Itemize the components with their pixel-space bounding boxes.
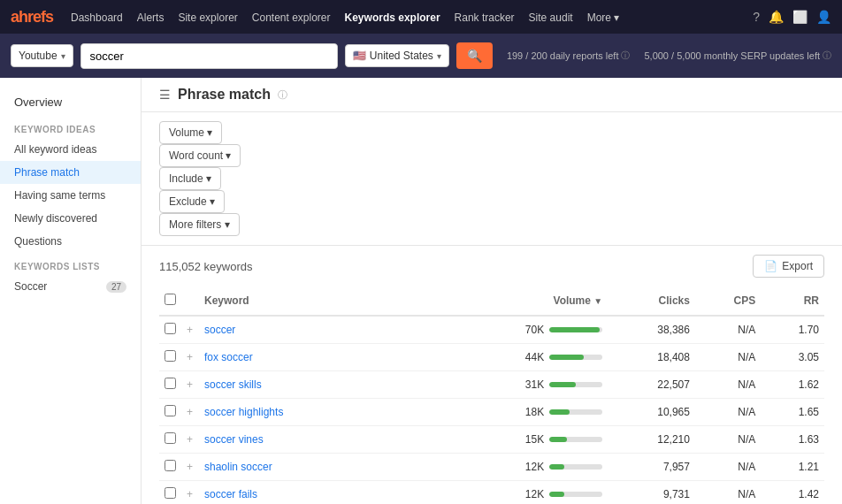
table-header-row: Keyword Volume ▼ Clicks CPS RR bbox=[159, 286, 824, 316]
nav-item-dashboard[interactable]: Dashboard bbox=[64, 8, 130, 27]
keyword-cell: soccer fails bbox=[199, 481, 410, 505]
cps-cell: N/A bbox=[695, 399, 761, 426]
volume-bar-fill bbox=[549, 327, 600, 332]
sidebar-item-all-keyword-ideas[interactable]: All keyword ideas bbox=[0, 138, 141, 161]
col-keyword[interactable]: Keyword bbox=[199, 286, 410, 316]
user-icon[interactable]: 👤 bbox=[816, 10, 831, 24]
exclude-filter[interactable]: Exclude ▾ bbox=[159, 190, 225, 213]
rr-cell: 1.65 bbox=[761, 399, 824, 426]
volume-value: 15K bbox=[516, 433, 544, 446]
volume-value: 12K bbox=[516, 488, 544, 500]
table-row: +soccer fails12K9,731N/A1.42 bbox=[159, 481, 824, 505]
source-label: Youtube bbox=[19, 50, 57, 62]
keyword-link[interactable]: soccer fails bbox=[204, 488, 257, 500]
page-title: Phrase match bbox=[178, 87, 271, 103]
page-help-icon[interactable]: ⓘ bbox=[278, 88, 287, 102]
sidebar-item-phrase-match[interactable]: Phrase match bbox=[0, 161, 141, 184]
col-clicks[interactable]: Clicks bbox=[608, 286, 695, 316]
add-keyword-button[interactable]: + bbox=[181, 344, 199, 371]
keyword-link[interactable]: soccer vines bbox=[204, 433, 264, 446]
sidebar-item-questions[interactable]: Questions bbox=[0, 230, 141, 253]
keyword-link[interactable]: fox soccer bbox=[204, 351, 253, 363]
sidebar-item-having-same-terms[interactable]: Having same terms bbox=[0, 184, 141, 207]
clicks-cell: 10,965 bbox=[608, 399, 695, 426]
keyword-cell: soccer vines bbox=[199, 426, 410, 454]
filter-buttons: Volume ▾Word count ▾Include ▾Exclude ▾Mo… bbox=[159, 121, 241, 236]
row-checkbox[interactable] bbox=[165, 323, 176, 334]
table-row: +fox soccer44K18,408N/A3.05 bbox=[159, 344, 824, 371]
content-header: ☰ Phrase match ⓘ bbox=[142, 78, 842, 112]
row-checkbox[interactable] bbox=[165, 432, 176, 444]
row-checkbox[interactable] bbox=[165, 378, 176, 389]
rr-cell: 1.62 bbox=[761, 371, 824, 399]
include-filter[interactable]: Include ▾ bbox=[159, 167, 221, 190]
add-keyword-button[interactable]: + bbox=[181, 371, 199, 399]
nav-item-keywords-explorer[interactable]: Keywords explorer bbox=[338, 8, 448, 27]
table-row: +soccer skills31K22,507N/A1.62 bbox=[159, 371, 824, 399]
sidebar-item-overview[interactable]: Overview bbox=[0, 88, 141, 116]
nav-item-site-explorer[interactable]: Site explorer bbox=[171, 8, 244, 27]
keyword-link[interactable]: shaolin soccer bbox=[204, 461, 272, 473]
volume-value: 18K bbox=[516, 406, 544, 418]
sidebar-list-item-soccer[interactable]: Soccer27 bbox=[0, 275, 141, 298]
volume-cell: 12K bbox=[410, 481, 608, 505]
volume-value: 12K bbox=[516, 461, 544, 473]
row-checkbox[interactable] bbox=[165, 460, 176, 471]
nav-item-alerts[interactable]: Alerts bbox=[130, 8, 172, 27]
add-keyword-button[interactable]: + bbox=[181, 316, 199, 344]
row-checkbox[interactable] bbox=[165, 405, 176, 416]
nav-item-site-audit[interactable]: Site audit bbox=[522, 8, 580, 27]
keyword-link[interactable]: soccer highlights bbox=[204, 406, 283, 418]
volume-bar bbox=[549, 437, 602, 442]
main-layout: Overview KEYWORD IDEAS All keyword ideas… bbox=[0, 78, 842, 504]
help-icon[interactable]: ? bbox=[753, 10, 760, 24]
volume-cell: 12K bbox=[410, 454, 608, 481]
col-volume[interactable]: Volume ▼ bbox=[410, 286, 608, 316]
volume-value: 31K bbox=[516, 378, 544, 391]
nav-item-rank-tracker[interactable]: Rank tracker bbox=[448, 8, 522, 27]
volume-filter[interactable]: Volume ▾ bbox=[159, 121, 222, 144]
country-flag-icon: 🇺🇸 bbox=[353, 50, 366, 62]
volume-bar-fill bbox=[549, 382, 576, 387]
row-checkbox[interactable] bbox=[165, 350, 176, 362]
sidebar: Overview KEYWORD IDEAS All keyword ideas… bbox=[0, 78, 142, 504]
keyword-cell: soccer highlights bbox=[199, 399, 410, 426]
add-keyword-button[interactable]: + bbox=[181, 399, 199, 426]
volume-bar-fill bbox=[549, 437, 567, 442]
table-area: 115,052 keywords 📄 Export Keyword Volume… bbox=[142, 246, 842, 504]
screen-icon[interactable]: ⬜ bbox=[792, 10, 808, 24]
source-select[interactable]: Youtube ▾ bbox=[11, 44, 73, 67]
sidebar-item-newly-discovered[interactable]: Newly discovered bbox=[0, 207, 141, 230]
clicks-cell: 18,408 bbox=[608, 344, 695, 371]
add-keyword-button[interactable]: + bbox=[181, 481, 199, 505]
select-all-checkbox[interactable] bbox=[165, 294, 176, 305]
daily-reports-info: 199 / 200 daily reports left ⓘ bbox=[507, 50, 631, 62]
keyword-link[interactable]: soccer skills bbox=[204, 378, 262, 391]
volume-bar bbox=[549, 409, 602, 415]
info-icon-1[interactable]: ⓘ bbox=[621, 50, 630, 62]
export-button[interactable]: 📄 Export bbox=[753, 255, 824, 278]
search-input[interactable] bbox=[81, 44, 337, 68]
volume-cell: 70K bbox=[410, 316, 608, 344]
clicks-cell: 22,507 bbox=[608, 371, 695, 399]
country-select[interactable]: 🇺🇸 United States ▾ bbox=[345, 44, 449, 67]
word-count-filter[interactable]: Word count ▾ bbox=[159, 144, 241, 167]
keyword-ideas-section-title: KEYWORD IDEAS bbox=[0, 116, 141, 138]
nav-item-more[interactable]: More ▾ bbox=[580, 8, 627, 27]
info-icon-2[interactable]: ⓘ bbox=[823, 50, 831, 62]
hamburger-icon[interactable]: ☰ bbox=[159, 88, 171, 102]
nav-item-content-explorer[interactable]: Content explorer bbox=[245, 8, 338, 27]
add-keyword-button[interactable]: + bbox=[181, 426, 199, 454]
col-rr[interactable]: RR bbox=[761, 286, 824, 316]
col-checkbox bbox=[159, 286, 181, 316]
bell-icon[interactable]: 🔔 bbox=[769, 10, 784, 24]
volume-bar bbox=[549, 492, 602, 497]
cps-cell: N/A bbox=[695, 344, 761, 371]
keyword-link[interactable]: soccer bbox=[204, 324, 235, 336]
more-filters-filter[interactable]: More filters ▾ bbox=[159, 213, 240, 236]
col-cps[interactable]: CPS bbox=[695, 286, 761, 316]
row-checkbox[interactable] bbox=[165, 487, 176, 499]
rr-cell: 1.21 bbox=[761, 454, 824, 481]
search-button[interactable]: 🔍 bbox=[456, 42, 493, 69]
add-keyword-button[interactable]: + bbox=[181, 454, 199, 481]
